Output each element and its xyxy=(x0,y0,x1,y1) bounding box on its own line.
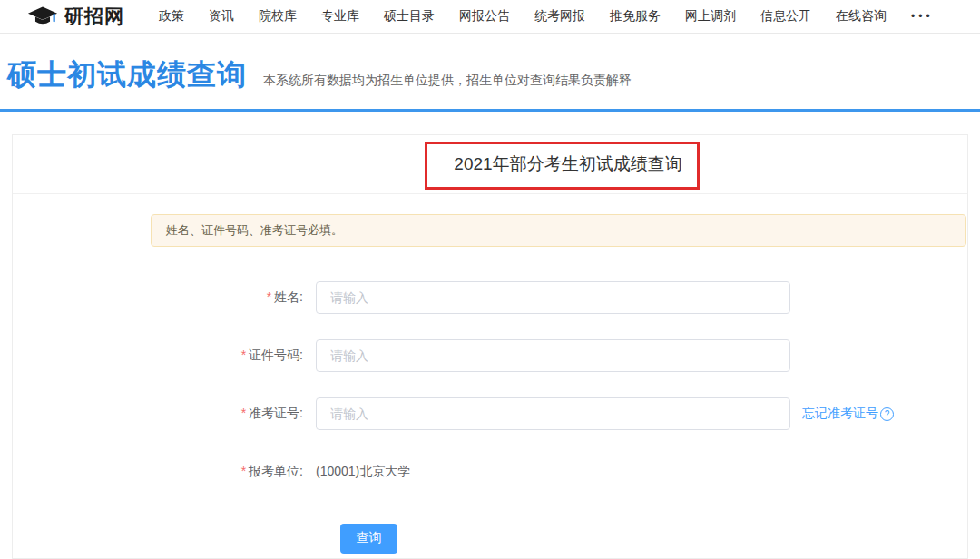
required-mark: * xyxy=(241,348,246,362)
ticket-number-label-text: 准考证号: xyxy=(249,406,303,420)
more-menu-icon[interactable]: ••• xyxy=(911,10,934,23)
form-row-ticket-number: *准考证号: 忘记准考证号 ? xyxy=(13,397,967,430)
unit-label: *报考单位: xyxy=(13,464,316,480)
nav-item-colleges[interactable]: 院校库 xyxy=(259,8,297,25)
page-title: 硕士初试成绩查询 xyxy=(7,55,247,95)
question-circle-icon: ? xyxy=(880,407,894,421)
graduation-cap-icon xyxy=(27,5,58,27)
unit-label-text: 报考单位: xyxy=(249,464,303,478)
header-divider xyxy=(0,109,980,112)
nav-item-info-disclosure[interactable]: 信息公开 xyxy=(760,8,811,25)
form-row-unit: *报考单位: (10001)北京大学 xyxy=(13,456,967,488)
logo-text: 研招网 xyxy=(64,4,124,29)
name-label: *姓名: xyxy=(13,289,316,306)
card-body: 姓名、证件号码、准考证号必填。 *姓名: *证件号码: *准考证号: xyxy=(13,194,967,554)
ticket-number-input[interactable] xyxy=(316,397,790,430)
required-mark: * xyxy=(241,464,246,478)
forgot-ticket-link[interactable]: 忘记准考证号 ? xyxy=(802,406,894,422)
id-number-input[interactable] xyxy=(316,339,790,372)
logo[interactable]: 研招网 xyxy=(27,4,124,29)
query-card: 2021年部分考生初试成绩查询 姓名、证件号码、准考证号必填。 *姓名: *证件… xyxy=(12,134,968,559)
page-header: 硕士初试成绩查询 本系统所有数据均为招生单位提供，招生单位对查询结果负责解释 xyxy=(0,34,980,95)
unit-value: (10001)北京大学 xyxy=(316,464,410,480)
required-mark: * xyxy=(267,289,271,304)
card-heading: 2021年部分考生初试成绩查询 xyxy=(454,152,681,176)
nav-item-majors[interactable]: 专业库 xyxy=(321,8,359,25)
card-header: 2021年部分考生初试成绩查询 xyxy=(13,135,967,194)
form-row-submit: 查询 xyxy=(13,522,967,554)
top-nav: 研招网 政策 资讯 院校库 专业库 硕士目录 网报公告 统考网报 推免服务 网上… xyxy=(0,0,980,34)
nav-item-policy[interactable]: 政策 xyxy=(159,8,184,25)
nav-item-master-catalog[interactable]: 硕士目录 xyxy=(384,8,435,25)
nav-menu: 政策 资讯 院校库 专业库 硕士目录 网报公告 统考网报 推免服务 网上调剂 信… xyxy=(159,8,934,25)
form-row-name: *姓名: xyxy=(13,281,967,314)
query-button[interactable]: 查询 xyxy=(340,524,397,554)
forgot-ticket-link-text: 忘记准考证号 xyxy=(802,406,878,422)
name-input[interactable] xyxy=(316,281,790,314)
nav-item-online-consult[interactable]: 在线咨询 xyxy=(836,8,887,25)
ticket-number-label: *准考证号: xyxy=(13,406,316,422)
nav-item-unified-exam[interactable]: 统考网报 xyxy=(534,8,585,25)
form-row-id-number: *证件号码: xyxy=(13,339,967,372)
nav-item-exemption-service[interactable]: 推免服务 xyxy=(610,8,661,25)
nav-item-news[interactable]: 资讯 xyxy=(209,8,234,25)
page: 研招网 政策 资讯 院校库 专业库 硕士目录 网报公告 统考网报 推免服务 网上… xyxy=(0,0,980,559)
notice-bar: 姓名、证件号码、准考证号必填。 xyxy=(151,214,966,247)
name-label-text: 姓名: xyxy=(274,289,303,304)
nav-item-online-announcements[interactable]: 网报公告 xyxy=(459,8,510,25)
page-subtitle: 本系统所有数据均为招生单位提供，招生单位对查询结果负责解释 xyxy=(263,73,632,89)
required-mark: * xyxy=(241,406,246,420)
id-number-label-text: 证件号码: xyxy=(249,348,303,362)
id-number-label: *证件号码: xyxy=(13,348,316,364)
nav-item-online-adjustment[interactable]: 网上调剂 xyxy=(685,8,736,25)
